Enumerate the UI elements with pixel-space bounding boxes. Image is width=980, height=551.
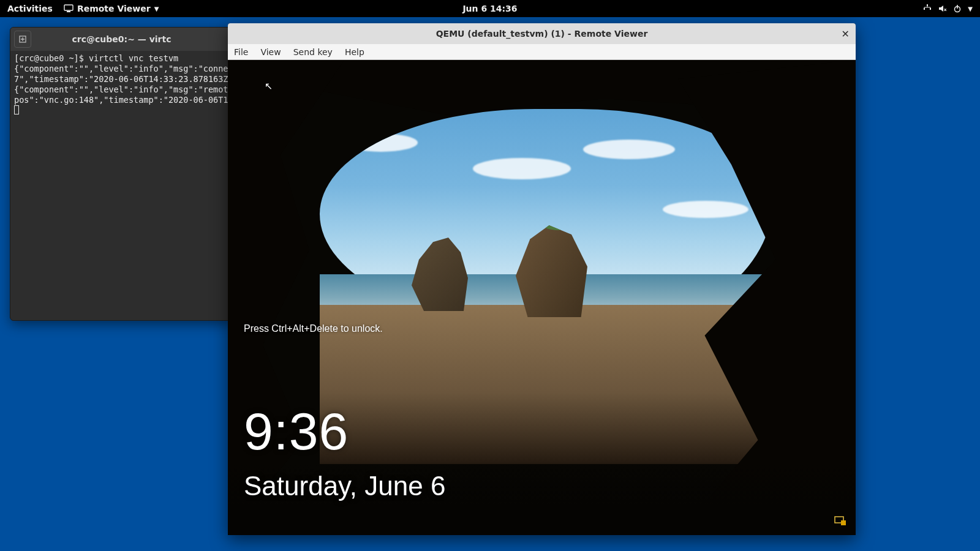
active-app-menu[interactable]: Remote Viewer ▼ [64, 4, 159, 13]
terminal-titlebar[interactable]: crc@cube0:~ — virtc [10, 28, 233, 51]
terminal-window[interactable]: crc@cube0:~ — virtc [crc@cube0 ~]$ virtc… [10, 27, 233, 321]
menu-view[interactable]: View [254, 44, 287, 59]
menu-file[interactable]: File [228, 44, 254, 59]
volume-icon: x [938, 4, 947, 13]
clock[interactable]: Jun 6 14:36 [462, 4, 517, 13]
window-close-button[interactable]: ✕ [842, 28, 850, 40]
guest-display[interactable]: ↖ Press Ctrl+Alt+Delete to unlock. 9:36 … [228, 60, 856, 535]
network-icon [922, 4, 932, 13]
svg-text:x: x [944, 7, 947, 12]
svg-rect-7 [957, 5, 958, 9]
active-app-name: Remote Viewer [77, 4, 151, 13]
remote-viewer-menubar: File View Send key Help [228, 44, 856, 60]
svg-rect-10 [841, 520, 846, 525]
lockscreen-date: Saturday, June 6 [244, 471, 445, 501]
terminal-cursor [14, 105, 19, 114]
activities-button[interactable]: Activities [7, 4, 53, 13]
terminal-title: crc@cube0:~ — virtc [72, 34, 172, 44]
menu-help[interactable]: Help [339, 44, 371, 59]
lockscreen-wallpaper [228, 60, 856, 535]
terminal-output[interactable]: [crc@cube0 ~]$ virtctl vnc testvm {"comp… [10, 51, 233, 119]
svg-rect-2 [927, 4, 928, 6]
svg-rect-0 [64, 5, 73, 10]
system-status-area[interactable]: x ▼ [922, 4, 980, 13]
remote-viewer-window[interactable]: QEMU (default_testvm) (1) - Remote Viewe… [228, 23, 856, 535]
lockscreen-hint: Press Ctrl+Alt+Delete to unlock. [244, 323, 383, 334]
remote-viewer-title: QEMU (default_testvm) (1) - Remote Viewe… [436, 29, 648, 39]
chevron-down-icon: ▼ [968, 6, 973, 12]
new-tab-icon [18, 35, 27, 43]
lockscreen-network-icon [834, 515, 846, 525]
chevron-down-icon: ▼ [154, 6, 159, 12]
svg-rect-4 [930, 8, 931, 10]
svg-rect-1 [67, 11, 70, 12]
monitor-icon [64, 4, 74, 13]
menu-sendkey[interactable]: Send key [287, 44, 339, 59]
remote-viewer-titlebar[interactable]: QEMU (default_testvm) (1) - Remote Viewe… [228, 23, 856, 44]
power-icon [953, 4, 962, 13]
lockscreen-time: 9:36 [244, 401, 349, 462]
terminal-new-tab-button[interactable] [14, 31, 31, 48]
svg-rect-3 [924, 8, 925, 10]
gnome-top-bar: Activities Remote Viewer ▼ Jun 6 14:36 x… [0, 0, 980, 17]
